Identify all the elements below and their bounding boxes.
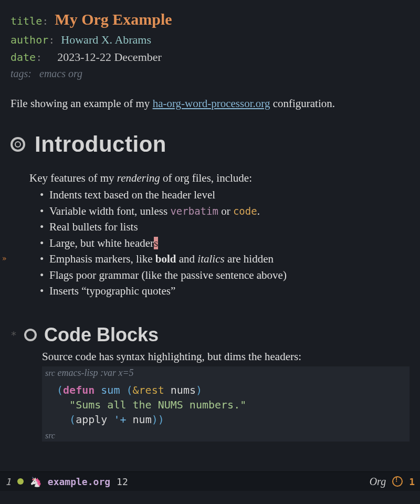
title-value: My Org Example <box>55 10 172 28</box>
line-number: 12 <box>117 476 128 487</box>
title-keyword: title <box>10 15 42 27</box>
heading-bullet-icon <box>24 329 37 341</box>
fringe-indicator-icon: » <box>2 253 6 264</box>
list-item: Indents text based on the header level <box>40 187 410 203</box>
code-text: code <box>233 205 257 217</box>
code-lead: Source code has syntax highlighting, but… <box>42 350 410 363</box>
buffer-name[interactable]: example.org <box>48 476 110 487</box>
tags-value: emacs org <box>39 68 82 79</box>
heading-text: Introduction <box>35 132 166 157</box>
window-number: 1 <box>5 476 11 487</box>
heading-introduction[interactable]: Introduction <box>10 132 410 157</box>
intro-paragraph: File showing an example of my ha-org-wor… <box>10 96 410 111</box>
editor-buffer[interactable]: title: My Org Example author: Howard X. … <box>0 0 420 471</box>
author-value: Howard X. Abrams <box>61 33 151 46</box>
verbatim-text: verbatim <box>170 205 218 217</box>
tags-keyword: tags: <box>10 68 32 79</box>
meta-title: title: My Org Example <box>10 7 410 31</box>
date-value: 2023-12-22 December <box>57 50 162 64</box>
flycheck-warning-count: 1 <box>409 476 415 487</box>
date-keyword: date <box>10 51 36 64</box>
src-block-header: src emacs-lisp :var x=5 <box>42 366 410 380</box>
modified-indicator-icon <box>17 478 24 485</box>
collapsed-star-icon: * <box>10 329 17 341</box>
meta-author: author: Howard X. Abrams <box>10 31 410 48</box>
list-item: Inserts “typographic quotes” <box>40 283 410 299</box>
echo-area <box>0 491 420 504</box>
config-link[interactable]: ha-org-word-processor.org <box>153 97 270 110</box>
author-keyword: author <box>10 34 48 46</box>
list-item: Variable width font, unless verbatim or … <box>40 203 410 219</box>
meta-date: date: 2023-12-22 December <box>10 48 410 66</box>
source-code-block[interactable]: (defun sum (&rest nums) "Sums all the NU… <box>42 380 410 430</box>
meta-tags: tags: emacs org <box>10 66 410 81</box>
heading-code-blocks[interactable]: * Code Blocks <box>10 324 410 346</box>
heading-text: Code Blocks <box>44 324 159 346</box>
major-mode[interactable]: Org <box>370 476 386 488</box>
mode-line[interactable]: 1 🦄example.org 12 Org 1 <box>0 471 420 491</box>
list-item: Large, but white headers <box>40 235 410 251</box>
flycheck-warning-icon[interactable] <box>392 476 403 487</box>
unicorn-icon: 🦄 <box>30 476 41 487</box>
list-item: Real bullets for lists <box>40 219 410 235</box>
list-item: » Emphasis markers, like bold and italic… <box>40 251 410 267</box>
text-cursor: s <box>154 237 158 249</box>
feature-list: Indents text based on the header level V… <box>40 187 410 299</box>
src-block-end: src <box>42 430 410 442</box>
heading-bullet-icon <box>10 137 25 152</box>
lead-sentence: Key features of my rendering of org file… <box>29 172 410 185</box>
list-item: Flags poor grammar (like the passive sen… <box>40 267 410 283</box>
